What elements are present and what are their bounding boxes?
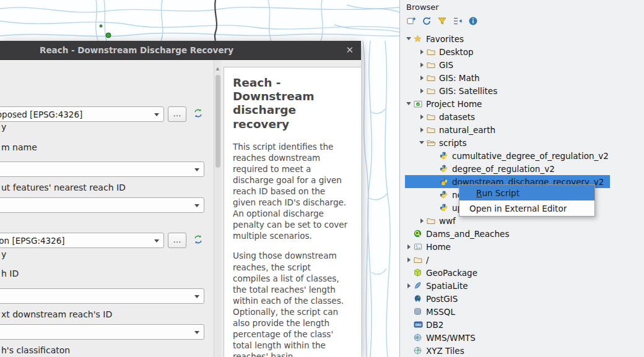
svg-text:DB2: DB2 [416,324,422,327]
folder-icon [427,217,438,225]
map-point-marker [106,33,111,38]
home-icon [414,243,425,251]
field-combobox-4[interactable] [0,324,204,340]
tree-item-desktop[interactable]: Desktop [400,45,644,58]
python-icon [440,165,451,173]
tree-item-scripts[interactable]: scripts [400,136,644,149]
field-label: h's classificaton [1,345,70,355]
expander-down-icon[interactable] [404,37,414,40]
help-paragraph: Using those downstream reaches, the scri… [233,250,350,357]
tree-item-wms-wmts[interactable]: WMS/WMTS [400,331,644,344]
tree-item-label: Favorites [425,34,464,44]
help-paragraph: This script identifies the reaches downs… [233,141,350,242]
browser-panel: Browser FavoritesDesktopGISGIS: MathGIS:… [399,0,644,357]
tree-item-label: WMS/WMTS [425,333,476,343]
properties-button[interactable] [466,15,481,29]
collapse-icon [453,16,463,28]
expander-right-icon[interactable] [417,75,427,80]
map-point-marker-small [100,25,102,27]
tree-item-mssql[interactable]: MSSQL [400,305,644,318]
tree-item-spatialite[interactable]: SpatiaLite [400,279,644,292]
folder-icon [427,126,438,134]
partial-label: y [1,249,6,259]
tree-item-label: Home [425,242,451,252]
expander-right-icon[interactable] [417,49,427,54]
filter-button[interactable] [435,15,450,29]
combobox-value: ation [EPSG:4326] [0,236,65,246]
field-label: h ID [1,269,19,278]
refresh-button[interactable] [419,15,434,29]
form-scrollbar[interactable]: ▲ [214,60,221,357]
reproject-icon-button[interactable] [189,233,206,248]
tree-item-home[interactable]: Home [400,240,644,253]
dialog-titlebar[interactable]: Reach - Downstream Discharge Recovery ✕ [0,41,361,60]
field-combobox-2[interactable] [0,197,204,213]
expander-right-icon[interactable] [417,218,427,223]
add-layer-icon [406,16,416,28]
processing-dialog: Reach - Downstream Discharge Recovery ✕ … [0,41,361,357]
tree-item-geopackage[interactable]: GeoPackage [400,266,644,279]
menu-item-open-in-external-editor[interactable]: Open in External Editor [459,200,594,216]
tree-item-xyz-tiles[interactable]: XYZ Tiles [400,344,644,357]
field-combobox-3[interactable] [0,288,204,304]
combobox-value: proposed [EPSG:4326] [0,110,82,119]
tree-item-label: MSSQL [425,307,455,317]
tree-item-dams-and-reaches[interactable]: Dams_and_Reaches [400,227,644,240]
tree-item-postgis[interactable]: PostGIS [400,292,644,305]
mssql-icon [414,308,425,316]
project-home-icon [414,100,425,108]
tree-item-label: GeoPackage [425,268,477,278]
expander-right-icon[interactable] [404,244,414,249]
expander-right-icon[interactable] [404,257,414,262]
tree-item-label: GIS: Satellites [438,86,497,96]
reproject-icon-button[interactable] [189,106,206,122]
geopackage-icon [414,269,425,277]
menu-item-run-script[interactable]: Run Script [459,185,594,200]
expander-right-icon[interactable] [417,62,427,67]
expander-right-icon[interactable] [417,127,427,132]
tree-item-gis-satellites[interactable]: GIS: Satellites [400,84,644,97]
tree-item-cumultative-degree-of-regulation-v2[interactable]: cumultative_degree_of_regulation_v2 [400,149,644,162]
folder-icon [414,256,425,264]
browser-panel-title: Browser [400,0,644,14]
add-layer-button[interactable] [404,15,419,29]
expander-right-icon[interactable] [404,283,414,288]
expander-right-icon[interactable] [417,114,427,119]
folder-icon [427,87,438,95]
tree-item-db2[interactable]: DB2DB2 [400,318,644,331]
scrollbar-thumb[interactable] [215,75,220,168]
tree-item-datasets[interactable]: datasets [400,110,644,123]
partial-label: y [1,122,6,132]
tree-item-gis-math[interactable]: GIS: Math [400,71,644,84]
expander-down-icon[interactable] [404,102,414,105]
browse-button[interactable]: … [168,106,186,122]
expander-down-icon[interactable] [417,141,427,144]
folder-icon [427,113,438,121]
expander-right-icon[interactable] [417,88,427,93]
folder-open-icon [427,139,438,147]
xyz-icon [414,346,425,355]
tree-item-label: cumultative_degree_of_regulation_v2 [451,151,609,161]
browse-button[interactable]: … [168,233,186,248]
db2-icon: DB2 [414,320,425,329]
tree-item-degree-of-regulation-v2[interactable]: degree_of_regulation_v2 [400,162,644,175]
tree-item-project-home[interactable]: Project Home [400,97,644,110]
python-icon [440,204,451,212]
extent-combobox[interactable]: ation [EPSG:4326] [0,233,164,248]
proposed-layer-combobox[interactable]: proposed [EPSG:4326] [0,106,164,122]
tree-item-item[interactable]: / [400,253,644,266]
tree-item-label: wwf [438,216,456,226]
spatialite-icon [414,282,425,290]
tree-item-label: DB2 [425,320,443,330]
tree-item-favorites[interactable]: Favorites [400,32,644,45]
tree-item-gis[interactable]: GIS [400,58,644,71]
tree-item-label: XYZ Tiles [425,346,464,356]
field-combobox-1[interactable] [0,161,204,177]
scroll-up-icon[interactable]: ▲ [214,66,221,71]
tree-item-label: degree_of_regulation_v2 [451,164,555,174]
folder-icon [427,61,438,69]
tree-item-natural-earth[interactable]: natural_earth [400,123,644,136]
collapse-all-button[interactable] [450,15,465,29]
close-icon[interactable]: ✕ [346,45,354,56]
tree-item-label: Project Home [425,99,482,109]
